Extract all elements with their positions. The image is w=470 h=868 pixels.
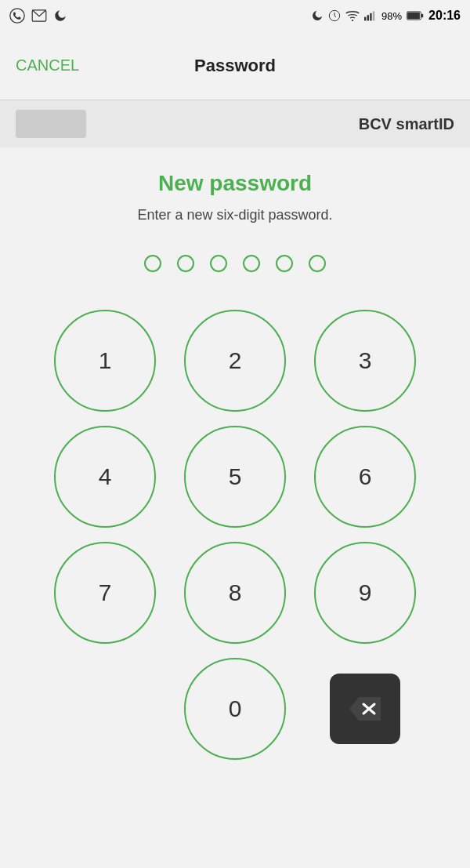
key-2[interactable]: 2 (184, 310, 286, 412)
new-password-subtitle: Enter a new six-digit password. (137, 207, 332, 223)
whatsapp-icon (9, 8, 25, 24)
svg-rect-6 (370, 13, 371, 21)
clock-icon (328, 9, 341, 22)
svg-marker-11 (349, 697, 381, 721)
keypad-row-3: 7 8 9 (54, 542, 416, 644)
digit-indicator-3 (210, 255, 227, 272)
status-moon-icon (311, 9, 324, 22)
svg-rect-10 (421, 14, 423, 18)
digit-indicator-2 (177, 255, 194, 272)
svg-rect-9 (407, 13, 420, 20)
signal-icon (364, 10, 377, 21)
keypad: 1 2 3 4 5 6 7 8 9 0 (16, 310, 454, 760)
key-7[interactable]: 7 (54, 542, 156, 644)
app-header: BCV smartID (0, 100, 470, 147)
status-right-area: 98% 20:16 (311, 9, 461, 23)
keypad-row-1: 1 2 3 (54, 310, 416, 412)
delete-key-container (314, 658, 416, 760)
wifi-icon (345, 10, 360, 21)
battery-icon (407, 11, 424, 20)
key-0[interactable]: 0 (184, 658, 286, 760)
status-left-icons (9, 8, 67, 24)
app-name-label: BCV smartID (359, 115, 454, 133)
nav-bar: CANCEL Password (0, 31, 470, 100)
key-9[interactable]: 9 (314, 542, 416, 644)
key-8[interactable]: 8 (184, 542, 286, 644)
digit-indicator-1 (144, 255, 161, 272)
status-time: 20:16 (428, 9, 461, 23)
battery-percent: 98% (381, 10, 402, 22)
svg-rect-4 (364, 17, 366, 21)
keypad-row-4: 0 (54, 658, 416, 760)
mail-icon (31, 9, 47, 22)
key-spacer (54, 658, 156, 760)
key-4[interactable]: 4 (54, 426, 156, 528)
key-1[interactable]: 1 (54, 310, 156, 412)
cancel-button[interactable]: CANCEL (16, 56, 79, 74)
keypad-row-2: 4 5 6 (54, 426, 416, 528)
key-3[interactable]: 3 (314, 310, 416, 412)
digit-indicator-6 (309, 255, 326, 272)
app-logo (16, 110, 86, 138)
svg-rect-7 (373, 11, 374, 20)
delete-button[interactable] (330, 674, 400, 744)
delete-icon (349, 697, 381, 721)
key-6[interactable]: 6 (314, 426, 416, 528)
svg-rect-5 (367, 15, 369, 20)
digit-indicators (144, 255, 326, 272)
status-bar: 98% 20:16 (0, 0, 470, 31)
digit-indicator-5 (276, 255, 293, 272)
digit-indicator-4 (243, 255, 260, 272)
svg-point-0 (10, 9, 24, 23)
nav-title: Password (194, 56, 276, 76)
new-password-title: New password (158, 171, 312, 196)
key-5[interactable]: 5 (184, 426, 286, 528)
svg-point-3 (352, 20, 353, 21)
moon-icon (53, 9, 67, 23)
main-content: New password Enter a new six-digit passw… (0, 147, 470, 775)
